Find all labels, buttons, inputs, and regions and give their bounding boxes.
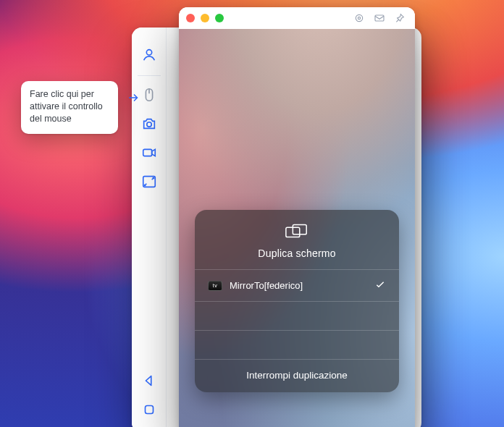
zoom-window-button[interactable] bbox=[215, 14, 224, 22]
check-icon bbox=[374, 279, 386, 292]
minimize-window-button[interactable] bbox=[201, 14, 209, 22]
airplay-empty-row[interactable] bbox=[195, 330, 399, 359]
close-window-button[interactable] bbox=[186, 14, 195, 22]
svg-point-7 bbox=[356, 14, 362, 21]
screen-mirror-icon bbox=[285, 223, 309, 243]
tooltip-text: Fare clic qui per attivare il controllo … bbox=[30, 89, 103, 124]
airplay-card: Duplica schermo tv MirrorTo[federico] In… bbox=[195, 210, 399, 392]
fullscreen-icon[interactable] bbox=[136, 169, 162, 195]
appletv-icon: tv bbox=[208, 281, 222, 291]
svg-rect-6 bbox=[145, 406, 153, 414]
svg-point-0 bbox=[146, 50, 151, 55]
mirrored-screen: Duplica schermo tv MirrorTo[federico] In… bbox=[179, 29, 415, 427]
airplay-header: Duplica schermo bbox=[195, 223, 399, 269]
mail-icon[interactable] bbox=[371, 10, 387, 26]
svg-point-8 bbox=[358, 17, 360, 19]
traffic-lights bbox=[186, 14, 224, 22]
record-icon[interactable] bbox=[136, 140, 162, 166]
appletv-icon-label: tv bbox=[213, 283, 217, 288]
profile-icon[interactable] bbox=[136, 42, 162, 68]
stop-mirroring-button[interactable]: Interrompi duplicazione bbox=[195, 359, 399, 392]
home-icon[interactable] bbox=[136, 397, 162, 423]
target-icon[interactable] bbox=[351, 10, 367, 26]
pin-icon[interactable] bbox=[392, 10, 408, 26]
stop-mirroring-label: Interrompi duplicazione bbox=[246, 370, 348, 381]
airplay-title: Duplica schermo bbox=[258, 248, 335, 259]
svg-rect-9 bbox=[375, 15, 384, 21]
tooltip-bubble: Fare clic qui per attivare il controllo … bbox=[21, 81, 118, 134]
app-sidebar bbox=[132, 28, 167, 427]
back-icon[interactable] bbox=[136, 368, 162, 394]
mouse-icon[interactable] bbox=[136, 82, 162, 108]
airplay-device-row[interactable]: tv MirrorTo[federico] bbox=[195, 269, 399, 301]
airplay-empty-row[interactable] bbox=[195, 301, 399, 330]
divider bbox=[138, 75, 161, 76]
svg-rect-4 bbox=[143, 149, 151, 156]
svg-point-3 bbox=[146, 122, 151, 127]
window-titlebar bbox=[179, 7, 415, 29]
phone-mirror-window: Duplica schermo tv MirrorTo[federico] In… bbox=[179, 7, 415, 427]
airplay-device-name: MirrorTo[federico] bbox=[230, 280, 303, 291]
camera-icon[interactable] bbox=[136, 111, 162, 137]
